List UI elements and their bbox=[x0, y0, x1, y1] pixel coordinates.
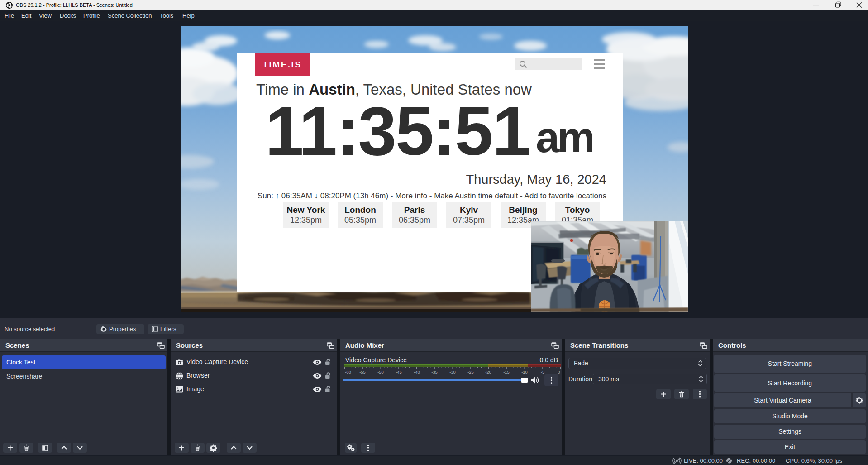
svg-text:-10: -10 bbox=[521, 369, 528, 374]
svg-text:-35: -35 bbox=[431, 369, 438, 374]
svg-text:0: 0 bbox=[558, 369, 560, 374]
svg-text:-30: -30 bbox=[449, 369, 456, 374]
svg-text:-60: -60 bbox=[345, 369, 351, 374]
svg-text:-5: -5 bbox=[541, 369, 544, 374]
svg-text:-55: -55 bbox=[359, 369, 366, 374]
svg-text:-45: -45 bbox=[396, 369, 402, 374]
svg-text:-40: -40 bbox=[414, 369, 420, 374]
svg-text:-50: -50 bbox=[377, 369, 384, 374]
svg-text:-15: -15 bbox=[503, 369, 510, 374]
svg-text:-20: -20 bbox=[485, 369, 491, 374]
svg-text:-25: -25 bbox=[467, 369, 474, 374]
